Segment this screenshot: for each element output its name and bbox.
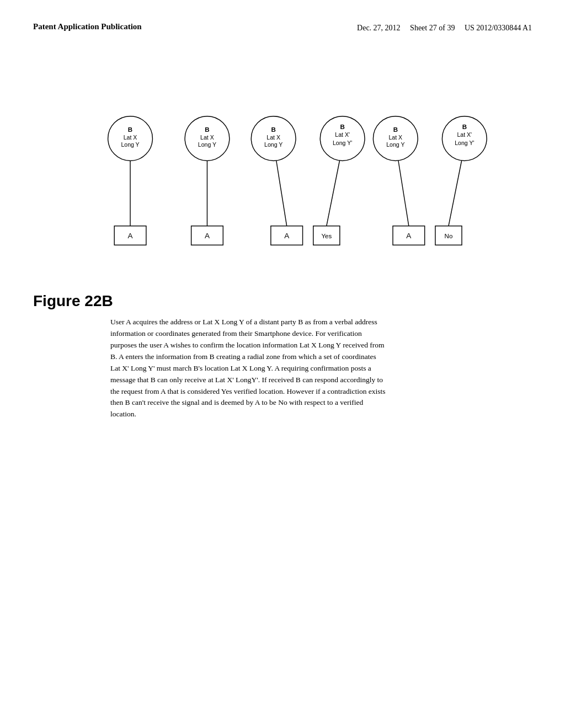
svg-line-32 [398,160,409,226]
svg-text:Long Y': Long Y' [455,140,474,146]
sheet-info: Sheet 27 of 39 [410,24,455,32]
svg-line-37 [449,160,462,226]
svg-text:Long Y: Long Y [198,142,216,148]
svg-text:B: B [340,124,344,130]
svg-text:B: B [462,124,467,130]
svg-text:No: No [445,233,453,239]
svg-text:A: A [205,232,210,240]
svg-text:Long Y: Long Y [264,142,282,148]
svg-text:Lat X: Lat X [124,134,137,141]
svg-text:B: B [393,126,398,133]
svg-text:B: B [205,126,209,133]
publication-title: Patent Application Publication [33,22,142,31]
svg-text:B: B [128,126,132,133]
svg-text:Long Y: Long Y [386,142,404,148]
svg-text:A: A [128,232,133,240]
svg-text:Lat X': Lat X' [457,132,472,138]
svg-text:A: A [406,232,411,240]
diagram-area: A B Lat X Long Y A B Lat X Long Y A Yes … [0,56,565,332]
figure-diagram: A B Lat X Long Y A B Lat X Long Y A Yes … [0,56,565,332]
publication-info: Dec. 27, 2012 Sheet 27 of 39 US 2012/033… [357,22,532,34]
svg-line-23 [327,160,340,226]
svg-point-38 [442,116,487,161]
page-header: Patent Application Publication Dec. 27, … [0,0,565,45]
figure-description: User A acquires the address or Lat X Lon… [110,317,386,420]
svg-text:Lat X: Lat X [200,134,214,141]
svg-text:Long Y: Long Y [121,142,139,148]
svg-text:A: A [284,232,289,240]
figure-label: Figure 22B [33,292,532,310]
svg-line-18 [276,160,286,226]
svg-point-24 [320,116,365,161]
patent-number: US 2012/0330844 A1 [465,24,532,32]
pub-date: Dec. 27, 2012 [357,24,401,32]
svg-text:Lat X: Lat X [266,134,280,141]
svg-text:Yes: Yes [321,233,332,239]
svg-text:Long Y': Long Y' [333,140,352,146]
svg-text:B: B [271,126,275,133]
svg-text:Lat X: Lat X [388,134,402,141]
svg-text:Lat X': Lat X' [335,132,350,138]
